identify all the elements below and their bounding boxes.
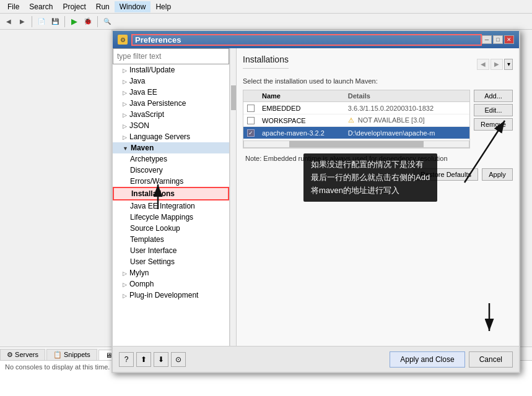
table-row[interactable]: WORKSPACE ⚠ NOT AVAILABLE [3.0]: [243, 114, 469, 127]
table-header: Name Details: [243, 90, 469, 102]
help-icon-btn[interactable]: ?: [119, 352, 134, 367]
tree-javascript[interactable]: ▷JavaScript: [113, 109, 229, 120]
cell-apache-details: D:\develop\maven\apache-m: [344, 128, 469, 138]
filter-input[interactable]: [113, 48, 229, 64]
tree-source-lookup[interactable]: Source Lookup: [113, 223, 229, 234]
tree-user-settings[interactable]: User Settings: [113, 256, 229, 267]
nav-forward-arrow[interactable]: ▶: [491, 59, 503, 70]
preferences-dialog: ⚙ Preferences ─ □ ✕ ▷Install/Update: [111, 30, 520, 373]
tree-java-persistence[interactable]: ▷Java Persistence: [113, 98, 229, 109]
console-text: No consoles to display at this time.: [5, 363, 110, 371]
import-icon-btn[interactable]: ⬇: [154, 352, 168, 367]
tree-discovery[interactable]: Discovery: [113, 165, 229, 176]
export-icon-btn[interactable]: ⬆: [136, 352, 151, 367]
side-buttons: Add... Edit... Remove: [474, 90, 513, 148]
tree-lifecycle-mappings[interactable]: Lifecycle Mappings: [113, 212, 229, 223]
content-panel: Installations ◀ ▶ ▾ Select the installat…: [237, 48, 519, 346]
toolbar-back[interactable]: ◀: [2, 15, 15, 28]
menu-window[interactable]: Window: [115, 1, 151, 12]
table-row-selected[interactable]: apache-maven-3.2.2 D:\develop\maven\apac…: [243, 127, 469, 139]
nav-menu-arrow[interactable]: ▾: [504, 59, 513, 70]
cell-apache-name: apache-maven-3.2.2: [258, 128, 344, 138]
remove-button[interactable]: Remove: [474, 118, 513, 131]
tree-templates[interactable]: Templates: [113, 234, 229, 245]
note-text: Note: Embedded runtime is always used fo…: [243, 152, 513, 165]
checkbox-workspace[interactable]: [247, 117, 255, 124]
menu-project[interactable]: Project: [58, 1, 90, 12]
edit-button[interactable]: Edit...: [474, 104, 513, 116]
tree-mylyn[interactable]: ▷Mylyn: [113, 267, 229, 278]
menu-search[interactable]: Search: [24, 1, 58, 12]
toolbar-save[interactable]: 💾: [49, 15, 61, 28]
menu-help[interactable]: Help: [150, 1, 176, 12]
tree-user-interface[interactable]: User Interface: [113, 245, 229, 256]
add-button[interactable]: Add...: [474, 90, 513, 102]
apply-button[interactable]: Apply: [482, 168, 513, 181]
minimize-button[interactable]: ─: [482, 35, 492, 44]
table-scrollbar[interactable]: [243, 140, 469, 148]
toolbar-run[interactable]: ▶: [68, 15, 81, 28]
maximize-button[interactable]: □: [493, 35, 503, 44]
apply-close-button[interactable]: Apply and Close: [390, 351, 464, 368]
tree-content: ▷Install/Update ▷Java ▷Java EE ▷Java Per…: [113, 64, 229, 346]
header-name: Name: [258, 90, 344, 101]
tree-java-ee[interactable]: ▷Java EE: [113, 87, 229, 98]
toolbar-forward[interactable]: ▶: [16, 15, 28, 28]
nav-back-arrow[interactable]: ◀: [477, 59, 489, 70]
restore-defaults-button[interactable]: Restore Defaults: [414, 168, 478, 181]
tree-archetypes[interactable]: Archetypes: [113, 153, 229, 165]
dialog-footer: ? ⬆ ⬇ ⊙ Apply and Close Cancel: [113, 346, 519, 372]
warning-icon: ⚠: [348, 116, 354, 124]
tree-java[interactable]: ▷Java: [113, 75, 229, 87]
cell-embedded-details: 3.6.3/1.15.0.20200310-1832: [344, 103, 469, 113]
close-button[interactable]: ✕: [504, 35, 514, 44]
tree-language-servers[interactable]: ▷Language Servers: [113, 131, 229, 142]
cell-workspace-name: WORKSPACE: [258, 116, 344, 126]
dialog-title: Preferences: [131, 34, 482, 46]
checkbox-apache[interactable]: [247, 129, 255, 137]
tree-json[interactable]: ▷JSON: [113, 120, 229, 131]
dialog-titlebar: ⚙ Preferences ─ □ ✕: [113, 31, 519, 48]
tree-java-ee-integration[interactable]: Java EE Integration: [113, 200, 229, 212]
tree-plugin-dev[interactable]: ▷Plug-in Development: [113, 290, 229, 301]
cell-embedded-name: EMBEDDED: [258, 103, 344, 113]
toolbar-new[interactable]: 📄: [35, 15, 48, 28]
tab-servers[interactable]: ⚙ Servers: [0, 349, 45, 360]
dialog-icon: ⚙: [118, 35, 128, 45]
content-subtitle: Select the installation used to launch M…: [243, 77, 513, 85]
tree-maven[interactable]: ▼Maven: [113, 142, 229, 153]
tab-snippets[interactable]: 📋 Snippets: [46, 349, 97, 360]
menu-bar: File Search Project Run Window Help: [0, 0, 532, 14]
table-row[interactable]: EMBEDDED 3.6.3/1.15.0.20200310-1832: [243, 102, 469, 114]
content-title: Installations: [243, 54, 289, 69]
toolbar-search[interactable]: 🔍: [101, 15, 113, 28]
checkbox-embedded[interactable]: [247, 105, 255, 112]
cell-workspace-details: ⚠ NOT AVAILABLE [3.0]: [344, 115, 469, 126]
tree-installations[interactable]: Installations: [113, 187, 229, 200]
header-details: Details: [344, 90, 469, 101]
tree-oomph[interactable]: ▷Oomph: [113, 278, 229, 290]
link-icon-btn[interactable]: ⊙: [171, 352, 186, 367]
cancel-button[interactable]: Cancel: [469, 351, 513, 368]
tree-install-update[interactable]: ▷Install/Update: [113, 64, 229, 75]
toolbar: ◀ ▶ 📄 💾 ▶ 🐞 🔍: [0, 14, 532, 30]
tree-errors-warnings[interactable]: Errors/Warnings: [113, 176, 229, 187]
menu-file[interactable]: File: [2, 1, 24, 12]
menu-run[interactable]: Run: [91, 1, 115, 12]
toolbar-debug[interactable]: 🐞: [82, 15, 94, 28]
